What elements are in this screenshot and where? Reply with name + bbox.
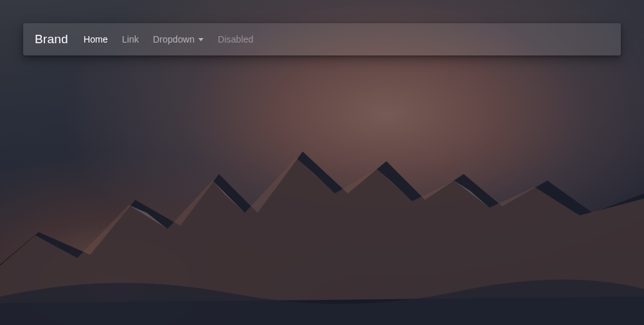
hero-background: Brand Home Link Dropdown Disabled [0, 0, 644, 325]
nav-link[interactable]: Link [122, 34, 138, 44]
nav-home[interactable]: Home [84, 34, 108, 44]
navbar-brand[interactable]: Brand [35, 32, 68, 46]
navbar-items: Home Link Dropdown Disabled [84, 34, 254, 44]
caret-down-icon [198, 38, 204, 41]
navbar: Brand Home Link Dropdown Disabled [23, 23, 621, 55]
nav-dropdown[interactable]: Dropdown [153, 34, 204, 44]
nav-dropdown-label: Dropdown [153, 34, 195, 44]
nav-disabled: Disabled [218, 34, 253, 44]
